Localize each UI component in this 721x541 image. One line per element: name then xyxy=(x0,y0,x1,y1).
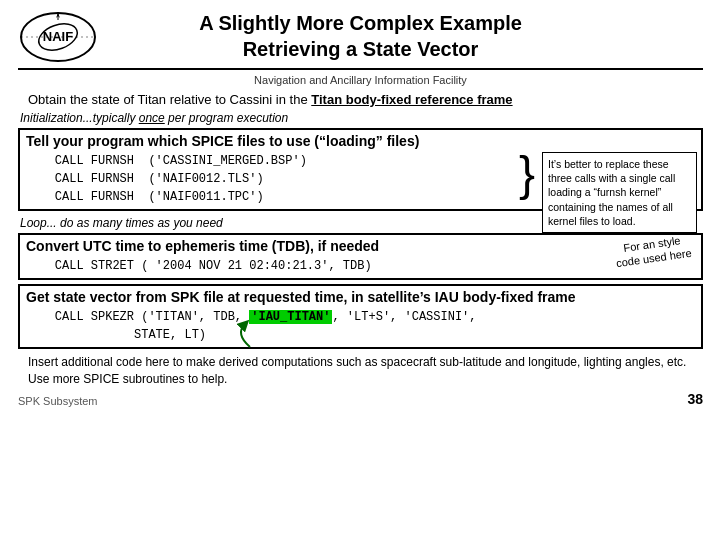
code-line-3: CALL FURNSH ('NAIF0011.TPC') xyxy=(26,188,307,206)
section1-code: CALL FURNSH ('CASSINI_MERGED.BSP') CALL … xyxy=(26,152,307,206)
section2-title: Convert UTC time to ephemeris time (TDB)… xyxy=(26,238,695,254)
subtitle: Navigation and Ancillary Information Fac… xyxy=(18,74,703,86)
section3-title: Get state vector from SPK file at reques… xyxy=(26,289,695,305)
arrow-annotation xyxy=(220,319,300,349)
section-convert: Convert UTC time to ephemeris time (TDB)… xyxy=(18,233,703,280)
title-line1: A Slightly More Complex Example xyxy=(18,10,703,36)
header: NAIF A Slightly More Complex Example Ret… xyxy=(18,10,703,70)
spkezr-line2: STATE, LT) xyxy=(26,326,695,344)
callout-box: It’s better to replace these three calls… xyxy=(542,152,697,233)
title-line2: Retrieving a State Vector xyxy=(18,36,703,62)
logo-area: NAIF xyxy=(18,10,98,68)
init-line: Initialization...typically once per prog… xyxy=(20,111,703,125)
naif-logo: NAIF xyxy=(18,10,98,65)
footer: SPK Subsystem 38 xyxy=(18,391,703,407)
code-line-2: CALL FURNSH ('NAIF0012.TLS') xyxy=(26,170,307,188)
footer-left: SPK Subsystem xyxy=(18,395,97,407)
obtain-line: Obtain the state of Titan relative to Ca… xyxy=(28,92,703,107)
page-wrapper: NAIF A Slightly More Complex Example Ret… xyxy=(0,0,721,541)
curly-brace: } xyxy=(519,150,535,198)
str2et-line: CALL STR2ET ( '2004 NOV 21 02:40:21.3', … xyxy=(26,257,695,275)
section-state: Get state vector from SPK file at reques… xyxy=(18,284,703,349)
insert-text: Insert additional code here to make deri… xyxy=(28,354,693,388)
section1-title: Tell your program which SPICE files to u… xyxy=(26,133,695,149)
section2-code: CALL STR2ET ( '2004 NOV 21 02:40:21.3', … xyxy=(26,257,695,275)
footer-right: 38 xyxy=(687,391,703,407)
svg-text:NAIF: NAIF xyxy=(43,29,73,44)
section-loading: Tell your program which SPICE files to u… xyxy=(18,128,703,211)
code-line-1: CALL FURNSH ('CASSINI_MERGED.BSP') xyxy=(26,152,307,170)
spkezr-line1: CALL SPKEZR ('TITAN', TDB, 'IAU_TITAN', … xyxy=(26,308,695,326)
section3-code: CALL SPKEZR ('TITAN', TDB, 'IAU_TITAN', … xyxy=(26,308,695,344)
header-title: A Slightly More Complex Example Retrievi… xyxy=(18,10,703,62)
